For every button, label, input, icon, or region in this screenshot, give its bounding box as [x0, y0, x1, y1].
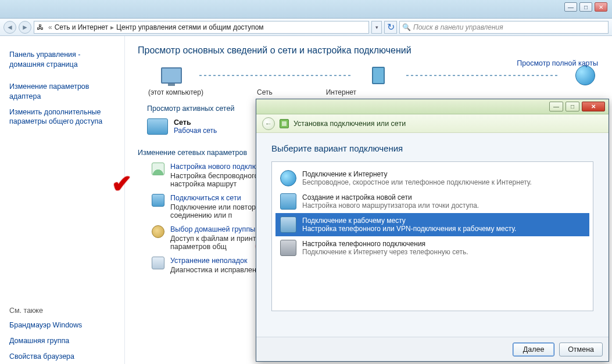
dialog-maximize-button[interactable]: □	[566, 102, 579, 111]
sidebar-link-adapter-settings[interactable]: Изменение параметров адаптера	[9, 82, 115, 102]
troubleshoot-icon	[152, 257, 164, 269]
option-title: Подключение к рабочему месту	[302, 217, 516, 225]
next-button[interactable]: Далее	[513, 343, 554, 356]
seealso-homegroup[interactable]: Домашняя группа	[9, 336, 115, 346]
dialog-title: Выберите вариант подключения	[271, 143, 593, 153]
page-title: Просмотр основных сведений о сети и наст…	[138, 45, 599, 56]
connection-wizard-dialog: — □ ✕ ← Установка подключения или сети В…	[256, 99, 609, 362]
breadcrumb-folder[interactable]: Сеть и Интернет	[55, 23, 108, 31]
breadcrumb-dropdown-button[interactable]: ▾	[371, 21, 382, 34]
dialog-minimize-button[interactable]: —	[549, 102, 563, 111]
seealso-heading: См. также	[9, 307, 115, 315]
nav-back-button[interactable]: ◄	[3, 21, 16, 34]
address-bar: ◄ ► 🖧 « Сеть и Интернет ▸ Центр управлен…	[0, 19, 612, 36]
connect-network-icon	[152, 194, 164, 207]
option-new-network[interactable]: Создание и настройка новой сети Настройк…	[275, 190, 589, 213]
dialog-header: ← Установка подключения или сети	[256, 114, 609, 133]
nav-forward-button[interactable]: ►	[19, 21, 31, 34]
breadcrumb[interactable]: 🖧 « Сеть и Интернет ▸ Центр управления с…	[34, 21, 369, 34]
map-label-computer: (этот компьютер)	[148, 88, 203, 96]
option-title: Настройка телефонного подключения	[302, 240, 468, 248]
map-connector	[199, 75, 350, 76]
wizard-icon	[280, 119, 289, 128]
seealso-browser-props[interactable]: Свойства браузера	[9, 352, 115, 362]
connection-options-list[interactable]: Подключение к Интернету Беспроводное, ск…	[271, 161, 593, 311]
option-workplace[interactable]: Подключение к рабочему месту Настройка т…	[275, 213, 589, 236]
dialog-titlebar[interactable]: — □ ✕	[256, 99, 609, 114]
chevron-icon: «	[48, 23, 52, 31]
globe-icon	[280, 170, 296, 186]
option-desc: Диагностика и исправление	[170, 266, 264, 274]
network-icon	[147, 118, 168, 136]
option-internet[interactable]: Подключение к Интернету Беспроводное, ск…	[275, 167, 589, 190]
network-icon	[364, 64, 392, 87]
option-title: Создание и настройка новой сети	[302, 193, 479, 201]
search-input[interactable]: 🔍 Поиск в панели управления	[399, 21, 609, 34]
sidebar: Панель управления - домашняя страница Из…	[0, 36, 125, 364]
breadcrumb-current[interactable]: Центр управления сетями и общим доступом	[116, 23, 264, 31]
internet-icon	[571, 64, 599, 87]
parent-close-button[interactable]: ✕	[595, 2, 607, 12]
sidebar-home-link[interactable]: Панель управления - домашняя страница	[9, 50, 115, 70]
dialog-close-button[interactable]: ✕	[582, 102, 605, 111]
option-desc: Подключение к Интернету через телефонную…	[302, 248, 468, 256]
new-connection-icon	[152, 163, 164, 175]
search-icon: 🔍	[402, 23, 411, 31]
sidebar-link-sharing-settings[interactable]: Изменить дополнительные параметры общего…	[9, 107, 115, 127]
phone-icon	[280, 240, 296, 256]
active-network-name: Сеть	[174, 118, 217, 127]
parent-maximize-button[interactable]: □	[579, 2, 592, 12]
parent-minimize-button[interactable]: —	[564, 2, 577, 12]
chevron-icon: ▸	[110, 23, 114, 31]
homegroup-icon	[152, 225, 164, 238]
network-map-row	[158, 64, 599, 87]
seealso-firewall[interactable]: Брандмауэр Windows	[9, 320, 115, 330]
option-desc: Настройка нового маршрутизатора или точк…	[302, 201, 479, 210]
breadcrumb-icon: 🖧	[37, 23, 44, 31]
option-desc: Беспроводное, скоростное или телефонное …	[302, 178, 532, 186]
active-network-type[interactable]: Рабочая сеть	[174, 127, 217, 135]
dialog-button-bar: Далее Отмена	[256, 337, 609, 361]
dialog-back-button[interactable]: ←	[262, 117, 275, 130]
option-title[interactable]: Устранение неполадок	[170, 257, 264, 265]
option-desc: Настройка телефонного или VPN-подключени…	[302, 225, 516, 233]
map-label-internet: Интернет	[326, 88, 356, 96]
view-full-map-link[interactable]: Просмотр полной карты	[517, 59, 598, 67]
option-title: Подключение к Интернету	[302, 170, 532, 178]
refresh-button[interactable]: ↻	[384, 21, 397, 34]
map-label-network: Сеть	[257, 88, 273, 96]
cancel-button[interactable]: Отмена	[559, 343, 603, 356]
computer-icon	[158, 64, 185, 87]
workplace-icon	[280, 217, 296, 233]
map-connector	[406, 75, 557, 76]
parent-window-titlebar: — □ ✕	[0, 0, 612, 19]
search-placeholder: Поиск в панели управления	[413, 23, 503, 31]
option-dialup[interactable]: Настройка телефонного подключения Подклю…	[275, 236, 589, 260]
dialog-header-text: Установка подключения или сети	[294, 120, 406, 128]
router-icon	[280, 193, 296, 210]
